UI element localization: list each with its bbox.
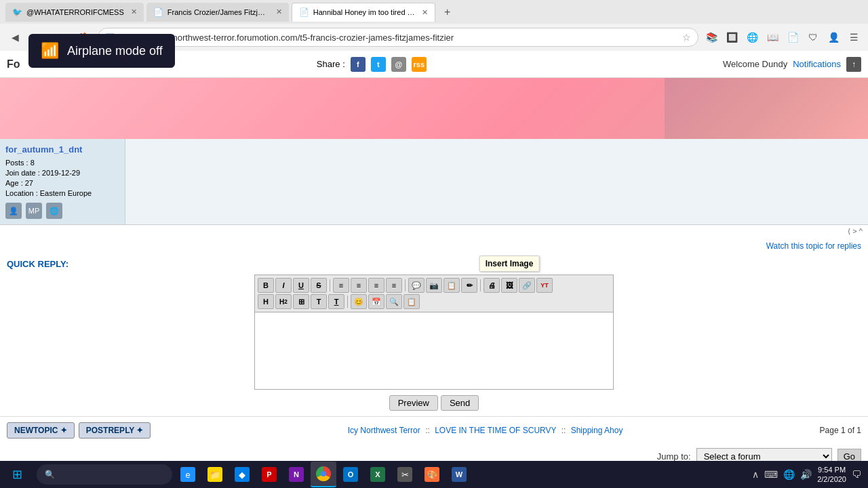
submit-row: Preview Send xyxy=(7,395,861,411)
watch-topic-link[interactable]: Watch this topic for replies xyxy=(766,241,861,251)
address-bar[interactable]: ℹ️ Not secure icy-northwest-terror.forum… xyxy=(98,28,698,47)
taskbar-ie[interactable]: e xyxy=(175,462,201,487)
twitter-icon[interactable]: t xyxy=(371,57,386,72)
font-color-button[interactable]: T xyxy=(311,294,327,309)
table-button[interactable]: ⊞ xyxy=(293,294,309,309)
user-profile-button[interactable]: 👤 xyxy=(5,203,22,219)
taskbar: ⊞ 🔍 e 📁 ◆ P N O X ✂ xyxy=(0,461,868,488)
tray-keyboard-icon[interactable]: ⌨ xyxy=(764,469,778,480)
tab-manager-icon[interactable]: 🔲 xyxy=(723,28,741,46)
tray-volume-icon[interactable]: 🔊 xyxy=(800,469,812,480)
collapse-button[interactable]: ⟨ > ^ xyxy=(848,227,863,236)
extensions-icon[interactable]: 📚 xyxy=(703,28,720,46)
highlight-button[interactable]: T xyxy=(328,294,344,309)
taskbar-chrome[interactable] xyxy=(311,462,336,487)
forum-logo[interactable]: Fo xyxy=(7,58,20,70)
word-icon: W xyxy=(452,467,467,482)
underline-button[interactable]: U xyxy=(293,278,309,293)
breadcrumb-link-1[interactable]: Icy Northwest Terror xyxy=(348,426,420,435)
user-website-button[interactable]: 🌐 xyxy=(46,203,62,219)
start-button[interactable]: ⊞ xyxy=(0,461,34,488)
age-value: 27 xyxy=(25,179,33,187)
taskbar-outlook[interactable]: O xyxy=(338,462,363,487)
insert-image-button[interactable]: 🖼 Insert Image xyxy=(501,278,517,293)
taskbar-dropbox[interactable]: ◆ xyxy=(229,462,255,487)
tab3-close[interactable]: ✕ xyxy=(422,8,428,17)
menu-icon[interactable]: ☰ xyxy=(845,28,863,46)
upload-icon[interactable]: ↑ xyxy=(846,57,861,72)
tab1-close[interactable]: ✕ xyxy=(131,7,137,16)
email-icon[interactable]: @ xyxy=(391,57,406,72)
watch-topic-row: Watch this topic for replies xyxy=(0,238,868,253)
taskbar-tray: ∧ ⌨ 🌐 🔊 9:54 PM 2/2/2020 🗨 xyxy=(745,465,868,485)
kindle-icon[interactable]: 📖 xyxy=(764,28,781,46)
taskbar-snip[interactable]: ✂ xyxy=(392,462,418,487)
tab3-title: Hannibal Honey im too tired to $... xyxy=(313,8,415,16)
youtube-button[interactable]: YT xyxy=(536,278,553,293)
tab-bar: 🐦 @WHATATERRORIFCMESS ✕ 📄 Francis Crozie… xyxy=(0,0,868,24)
print-button[interactable]: 🖨 xyxy=(484,278,500,293)
tray-network-icon[interactable]: 🌐 xyxy=(783,469,795,480)
search-button[interactable]: 🔍 xyxy=(386,294,402,309)
emoji-button[interactable]: 😊 xyxy=(351,294,367,309)
tray-up-arrow[interactable]: ∧ xyxy=(752,469,759,480)
preview-button[interactable]: Preview xyxy=(389,395,438,411)
postreply-button[interactable]: POSTREPLY ✦ xyxy=(79,422,151,439)
list-button[interactable]: 📋 xyxy=(443,278,460,293)
calendar-button[interactable]: 📅 xyxy=(368,294,384,309)
breadcrumb-link-3[interactable]: Shipping Ahoy xyxy=(571,426,623,435)
tab2-close[interactable]: ✕ xyxy=(276,7,282,16)
pen-button[interactable]: ✏ xyxy=(461,278,477,293)
align-center-button[interactable]: ≡ xyxy=(351,278,367,293)
pdf-icon[interactable]: 📄 xyxy=(784,28,802,46)
taskbar-excel[interactable]: X xyxy=(365,462,391,487)
facebook-icon[interactable]: f xyxy=(351,57,366,72)
align-justify-button[interactable]: ≡ xyxy=(386,278,402,293)
pagination: Page 1 of 1 xyxy=(820,426,861,435)
taskbar-search[interactable]: 🔍 xyxy=(37,464,172,485)
tab-3[interactable]: 📄 Hannibal Honey im too tired to $... ✕ xyxy=(292,3,435,22)
taskbar-onenote[interactable]: N xyxy=(283,462,309,487)
rss-icon[interactable]: rss xyxy=(412,57,427,72)
tray-notification-icon[interactable]: 🗨 xyxy=(852,469,861,480)
notifications-button[interactable]: Notifications xyxy=(793,59,841,69)
back-button[interactable]: ◀ xyxy=(5,28,24,47)
link-button[interactable]: 🔗 xyxy=(519,278,535,293)
post-image-area xyxy=(0,78,868,139)
bold-button[interactable]: B xyxy=(258,278,274,293)
shields-icon[interactable]: 🛡 xyxy=(804,28,822,46)
content-area: for_autumn_1_dnt Posts : 8 Join date : 2… xyxy=(0,78,868,488)
taskbar-powerpoint[interactable]: P xyxy=(256,462,282,487)
heading-button[interactable]: H xyxy=(258,294,274,309)
taskbar-files[interactable]: 📁 xyxy=(202,462,228,487)
taskbar-paint[interactable]: 🎨 xyxy=(419,462,445,487)
align-left-button[interactable]: ≡ xyxy=(333,278,349,293)
newtopic-button[interactable]: NEWTOPIC ✦ xyxy=(7,422,75,439)
user-profile-icon[interactable]: 👤 xyxy=(825,28,842,46)
heading2-button[interactable]: H2 xyxy=(275,294,292,309)
username[interactable]: for_autumn_1_dnt xyxy=(5,144,119,155)
quote-button[interactable]: 💬 xyxy=(408,278,425,293)
taskbar-word[interactable]: W xyxy=(446,462,472,487)
translate-icon[interactable]: 🌐 xyxy=(743,28,761,46)
breadcrumb-link-2[interactable]: LOVE IN THE TIME OF SCURVY xyxy=(435,426,556,435)
location-value: Eastern Europe xyxy=(40,189,92,197)
send-button[interactable]: Send xyxy=(441,395,479,411)
strikethrough-button[interactable]: S xyxy=(311,278,327,293)
italic-button[interactable]: I xyxy=(275,278,292,293)
tray-clock[interactable]: 9:54 PM 2/2/2020 xyxy=(817,465,846,485)
tab-2[interactable]: 📄 Francis Crozier/James Fitzjames &... ✕ xyxy=(146,3,289,22)
bookmark-star-icon[interactable]: ☆ xyxy=(682,32,691,43)
new-tab-button[interactable]: + xyxy=(438,3,457,22)
tab-1[interactable]: 🐦 @WHATATERRORIFCMESS ✕ xyxy=(5,3,144,22)
user-pm-button[interactable]: MP xyxy=(26,203,42,219)
breadcrumb: Icy Northwest Terror :: LOVE IN THE TIME… xyxy=(348,426,623,435)
code-button[interactable]: 📷 xyxy=(426,278,442,293)
paste-button[interactable]: 📋 xyxy=(403,294,420,309)
tray-date-text: 2/2/2020 xyxy=(817,474,846,484)
ie-icon: e xyxy=(180,467,195,482)
reply-textarea[interactable] xyxy=(255,312,613,387)
page-content: Fo Share : f t @ rss Welcome Dundy Notif… xyxy=(0,51,868,488)
breadcrumb-sep-1: :: xyxy=(425,426,430,435)
align-right-button[interactable]: ≡ xyxy=(368,278,384,293)
